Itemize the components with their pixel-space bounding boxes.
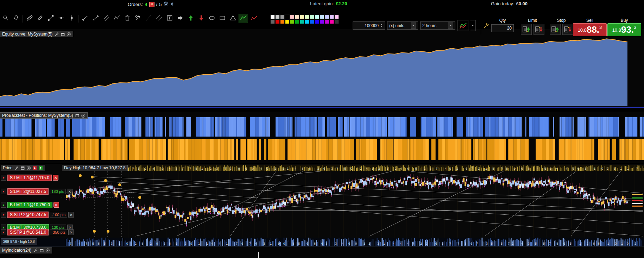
orders-settings-gear-small-icon[interactable] xyxy=(170,2,174,7)
stop-sell-button[interactable] xyxy=(562,24,573,35)
wrench-icon[interactable] xyxy=(14,165,19,170)
palette-swatch[interactable] xyxy=(329,19,334,24)
palette-swatch[interactable] xyxy=(329,14,334,19)
sell-box-icon[interactable] xyxy=(32,165,37,170)
order-close-icon[interactable]: ✕ xyxy=(68,212,74,218)
chevron-down-icon[interactable] xyxy=(448,23,453,29)
spinner-icon[interactable] xyxy=(380,23,383,28)
window-icon[interactable] xyxy=(75,113,80,118)
units-dropdown[interactable]: (x) units xyxy=(387,21,418,30)
order-points: -350 pts xyxy=(50,229,67,235)
order-label[interactable]: S:LMT 2@11,027.5 xyxy=(7,188,49,195)
chart-style-dropdown-icon[interactable] xyxy=(470,20,476,31)
palette-swatch[interactable] xyxy=(310,14,314,19)
tool-arrow-down-button[interactable] xyxy=(196,14,206,23)
palette-swatch[interactable] xyxy=(310,19,314,24)
order-close-icon[interactable]: ✕ xyxy=(53,202,59,208)
tool-arrow-up-button[interactable] xyxy=(186,14,195,23)
tool-parallel-lines-button[interactable] xyxy=(154,14,164,23)
chevron-down-icon[interactable] xyxy=(411,23,416,29)
tool-trendline-button[interactable] xyxy=(46,14,55,23)
close-icon[interactable] xyxy=(81,113,86,118)
palette-swatch[interactable] xyxy=(300,14,304,19)
tool-polyline-button[interactable] xyxy=(112,14,121,23)
palette-swatch[interactable] xyxy=(290,14,295,19)
palette-swatch[interactable] xyxy=(275,19,280,24)
palette-swatch[interactable] xyxy=(280,14,285,19)
palette-swatch[interactable] xyxy=(285,14,290,19)
tool-rectangle-button[interactable] xyxy=(217,14,227,23)
tool-segment-button[interactable] xyxy=(80,14,90,23)
close-icon[interactable] xyxy=(66,32,71,37)
buy-box-icon[interactable] xyxy=(38,165,43,170)
palette-swatch[interactable] xyxy=(270,19,275,24)
wrench-icon[interactable] xyxy=(54,32,59,37)
palette-swatch[interactable] xyxy=(280,19,285,24)
tool-dotted-line-button[interactable] xyxy=(144,14,153,23)
cancel-orders-icon[interactable]: ✕ xyxy=(149,2,154,7)
window-icon[interactable] xyxy=(39,248,44,253)
tool-ruler-button[interactable] xyxy=(25,14,34,23)
tool-channel-button[interactable] xyxy=(101,14,111,23)
order-close-icon[interactable]: ✕ xyxy=(68,229,74,235)
limit-buy-button[interactable] xyxy=(521,24,532,35)
order-close-icon[interactable]: ✕ xyxy=(67,189,72,194)
svg-text:3: 3 xyxy=(176,167,177,170)
order-label[interactable]: B:LMT 1.1@10,750.0 xyxy=(7,202,52,208)
window-icon[interactable] xyxy=(20,165,25,170)
tool-trash-button[interactable] xyxy=(122,14,132,23)
limit-sell-button[interactable] xyxy=(533,24,544,35)
svg-text:2: 2 xyxy=(395,167,397,170)
tool-zigzag-chart-button[interactable] xyxy=(249,14,259,23)
palette-swatch[interactable] xyxy=(320,14,324,19)
sell-button[interactable]: 10,888.3 xyxy=(573,23,607,36)
palette-swatch[interactable] xyxy=(315,14,319,19)
palette-swatch[interactable] xyxy=(324,19,329,24)
tool-segment-ticks-button[interactable] xyxy=(91,14,100,23)
order-size-input[interactable]: 100000 xyxy=(353,21,385,30)
window-icon[interactable] xyxy=(60,32,65,37)
palette-swatch[interactable] xyxy=(315,19,319,24)
order-label[interactable]: S:STP 2@10,747.5 xyxy=(7,212,49,218)
tool-pencil-button[interactable] xyxy=(35,14,45,23)
palette-swatch[interactable] xyxy=(295,14,299,19)
svg-text:3: 3 xyxy=(465,242,466,245)
tool-alert-button[interactable] xyxy=(11,14,21,23)
palette-swatch[interactable] xyxy=(275,14,280,19)
trade-qty-input[interactable]: 20 xyxy=(491,24,514,32)
orders-settings-gear-icon[interactable] xyxy=(163,1,169,7)
close-icon[interactable] xyxy=(45,248,50,253)
tool-arrow-right-button[interactable] xyxy=(175,14,185,23)
order-close-icon[interactable]: ✕ xyxy=(53,175,58,181)
tool-drawing-tools-button[interactable] xyxy=(133,14,143,23)
timeframe-dropdown[interactable]: 2 hours xyxy=(420,21,455,30)
palette-swatch[interactable] xyxy=(320,19,324,24)
chart-style-button[interactable] xyxy=(457,20,468,31)
tool-triangle-button[interactable] xyxy=(228,14,238,23)
buy-button[interactable]: 10,893.3 xyxy=(607,23,641,36)
stop-buy-button[interactable] xyxy=(550,24,561,35)
tool-zoom-button[interactable] xyxy=(1,14,10,23)
tool-ellipse-button[interactable] xyxy=(207,14,216,23)
order-label[interactable]: S:LMT 1.1@11,115.0 xyxy=(7,175,52,181)
limit-column: Limit xyxy=(519,18,546,35)
wrench-icon[interactable] xyxy=(33,248,38,253)
palette-swatch[interactable] xyxy=(285,19,290,24)
tool-line-chart-button[interactable] xyxy=(239,14,248,23)
tool-text-button[interactable] xyxy=(165,14,174,23)
palette-swatch[interactable] xyxy=(290,19,295,24)
palette-swatch[interactable] xyxy=(334,14,339,19)
close-icon[interactable] xyxy=(26,165,31,170)
palette-swatch[interactable] xyxy=(324,14,329,19)
palette-swatch[interactable] xyxy=(334,19,339,24)
palette-swatch[interactable] xyxy=(305,14,309,19)
palette-swatch[interactable] xyxy=(295,19,299,24)
palette-swatch[interactable] xyxy=(305,19,309,24)
order-label[interactable]: S:STP 1@10,541.0 xyxy=(7,229,49,235)
indicator-panel-title-chip: MyIndicator(24) xyxy=(0,247,52,253)
tool-horizontal-line-button[interactable] xyxy=(56,14,66,23)
svg-text:6: 6 xyxy=(309,167,311,170)
tool-vertical-line-button[interactable] xyxy=(67,14,76,23)
palette-swatch[interactable] xyxy=(300,19,304,24)
palette-swatch[interactable] xyxy=(270,14,275,19)
